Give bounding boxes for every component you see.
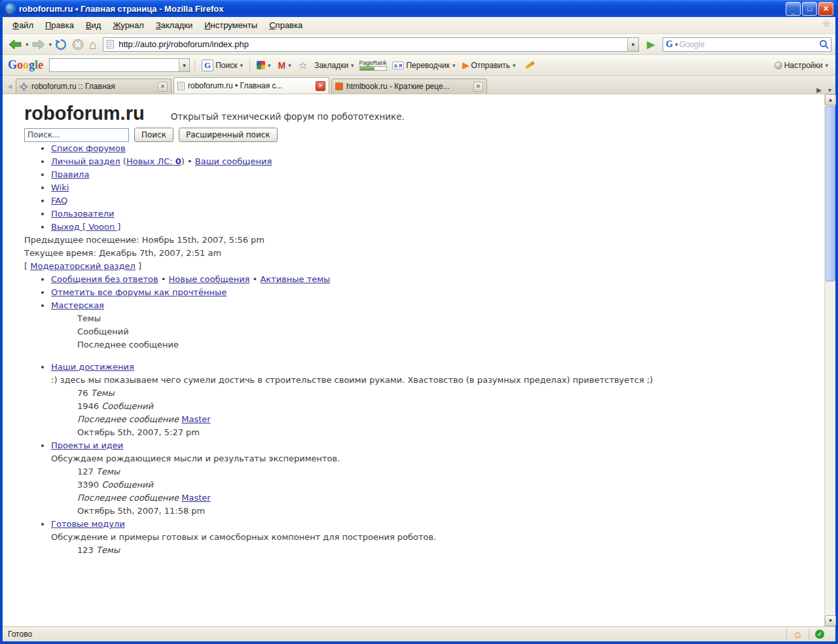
scrapbook-status[interactable]: ☺ — [786, 629, 809, 640]
tab-close-icon[interactable]: ✕ — [158, 82, 168, 92]
forum-topics: 127 Темы — [77, 465, 817, 478]
menu-edit[interactable]: Правка — [39, 18, 80, 33]
link-mcp[interactable]: Модераторский раздел — [30, 261, 136, 271]
link-new-pms[interactable]: Новых ЛС: 0 — [126, 156, 181, 166]
back-icon — [9, 39, 22, 50]
scroll-down-button[interactable]: ▼ — [825, 615, 836, 626]
link-active-topics[interactable]: Активные темы — [260, 274, 330, 284]
home-button[interactable]: ⌂ — [87, 36, 99, 53]
link-logout[interactable]: Выход [ Vooon ] — [51, 222, 120, 232]
scrollbar-thumb[interactable] — [826, 106, 835, 281]
pagerank-bar — [359, 66, 387, 71]
minimize-button[interactable]: _ — [786, 2, 801, 16]
menu-help[interactable]: Справка — [263, 18, 308, 33]
highlighter-icon[interactable] — [524, 61, 534, 69]
url-bar[interactable]: ▾ — [103, 37, 639, 52]
last-post-author-link[interactable]: Master — [181, 493, 210, 503]
link-rules[interactable]: Правила — [51, 170, 89, 179]
search-bar[interactable]: G ▾ — [663, 37, 831, 52]
url-input[interactable] — [117, 39, 627, 50]
list-item: Личный раздел (Новых ЛС: 0) • Ваши сообщ… — [51, 155, 817, 168]
vertical-scrollbar[interactable]: ▲ ▼ — [824, 94, 835, 626]
forum-page: roboforum.ru Открытый технический форум … — [3, 94, 824, 626]
forward-dropdown[interactable]: ▾ — [49, 41, 52, 48]
forum-title-link[interactable]: Проекты и идеи — [51, 440, 123, 450]
link-your-posts[interactable]: Ваши сообщения — [195, 156, 272, 166]
stop-button[interactable] — [70, 36, 86, 53]
translate-button[interactable]: а я Переводчик ▾ — [390, 60, 458, 71]
gmail-button[interactable]: M ▾ — [276, 59, 293, 72]
forum-title-link[interactable]: Готовые модули — [51, 519, 125, 529]
tab-list-dropdown[interactable]: ▾ — [826, 86, 834, 94]
site-search-button[interactable]: ▾ — [255, 60, 273, 71]
title-bar[interactable]: roboforum.ru • Главная страница - Mozill… — [0, 0, 838, 17]
advanced-search-button[interactable]: Расширенный поиск — [179, 128, 278, 142]
star-icon: ☆ — [299, 60, 307, 71]
tab-scroll-left[interactable]: ◀ — [4, 79, 16, 94]
menu-bookmarks[interactable]: Закладки — [150, 18, 198, 33]
forward-button[interactable] — [30, 36, 47, 53]
link-faq[interactable]: FAQ — [51, 196, 67, 206]
tab-close-icon[interactable]: ✕ — [473, 82, 483, 92]
forum-title-link[interactable]: Наши достижения — [51, 362, 134, 372]
google-search-button[interactable]: G Поиск ▾ — [200, 58, 245, 73]
link-members[interactable]: Пользователи — [51, 209, 115, 219]
extension-ok-status[interactable]: ✓ — [809, 629, 830, 640]
link-unanswered[interactable]: Сообщения без ответов — [51, 274, 158, 284]
back-button[interactable] — [7, 36, 24, 53]
browser-viewport: roboforum.ru Открытый технический форум … — [3, 94, 835, 626]
menu-file[interactable]: Файл — [7, 18, 39, 33]
tab-htmlbook[interactable]: htmlbook.ru - Краткие реце... ✕ — [331, 79, 487, 94]
forum-posts: 1946 Сообщений — [77, 400, 817, 413]
forum-last-post: Последнее сообщение Master — [77, 492, 817, 505]
menu-bar: Файл Правка Вид Журнал Закладки Инструме… — [3, 17, 835, 34]
go-button[interactable]: ▶ — [643, 37, 659, 52]
google-engine-icon[interactable]: G — [666, 39, 673, 50]
menu-history[interactable]: Журнал — [107, 18, 149, 33]
link-new-posts[interactable]: Новые сообщения — [169, 274, 250, 284]
search-magnifier-icon[interactable] — [819, 39, 829, 50]
pagerank-indicator[interactable]: PageRank — [359, 60, 387, 71]
site-favicon — [107, 40, 114, 48]
gear-favicon — [20, 82, 28, 91]
web-search-input[interactable] — [678, 39, 819, 50]
send-to-button[interactable]: ▶ Отправить ▾ — [460, 59, 517, 71]
back-dropdown[interactable]: ▾ — [26, 41, 29, 48]
google-search-field[interactable] — [50, 60, 179, 70]
google-search-input[interactable]: ▾ — [49, 58, 190, 72]
link-wiki[interactable]: Wiki — [51, 183, 69, 192]
maximize-button[interactable]: □ — [802, 2, 817, 16]
tab-roboforum-main-active[interactable]: roboforum.ru • Главная с... ✕ — [173, 77, 329, 94]
url-history-dropdown[interactable]: ▾ — [627, 38, 638, 51]
page-favicon — [177, 82, 185, 90]
forum-last-post-date: Октябрь 5th, 2007, 5:27 pm — [77, 426, 817, 439]
reload-button[interactable] — [53, 36, 69, 53]
forum-search-button[interactable]: Поиск — [134, 128, 173, 142]
list-item: Выход [ Vooon ] — [51, 221, 817, 234]
star-bookmark-button[interactable]: ☆ — [297, 58, 309, 73]
list-item: Список форумов — [51, 142, 817, 155]
toolbar-settings-button[interactable]: Настройки ▾ — [773, 60, 830, 71]
link-forum-list[interactable]: Список форумов — [51, 143, 126, 153]
bullet-separator: • — [161, 274, 166, 284]
link-category-workshop[interactable]: Мастерская — [51, 300, 104, 310]
forum-last-post-date: Октябрь 5th, 2007, 11:58 pm — [77, 505, 817, 518]
forum-search-input[interactable] — [24, 128, 129, 142]
link-mark-read[interactable]: Отметить все форумы как прочтённые — [51, 287, 227, 297]
tab-close-icon[interactable]: ✕ — [316, 81, 325, 91]
close-button[interactable]: ✕ — [818, 2, 833, 16]
status-text: Готово — [8, 630, 786, 639]
tab-roboforum-index[interactable]: roboforum.ru :: Главная ✕ — [16, 79, 172, 94]
google-search-dropdown[interactable]: ▾ — [179, 59, 189, 71]
menu-tools[interactable]: Инструменты — [198, 18, 263, 33]
last-post-author-link[interactable]: Master — [181, 414, 210, 424]
stop-icon — [72, 39, 84, 50]
forum-posts: 3390 Сообщений — [77, 478, 817, 492]
scroll-up-button[interactable]: ▲ — [825, 94, 836, 105]
menu-view[interactable]: Вид — [80, 18, 107, 33]
link-ucp[interactable]: Личный раздел — [51, 156, 120, 166]
status-bar: Готово ☺ ✓ — [3, 626, 835, 641]
list-item: Пользователи — [51, 207, 817, 221]
bookmarks-menu-button[interactable]: Закладки ▾ — [312, 60, 355, 71]
tab-scroll-right[interactable]: ▶ — [814, 86, 824, 94]
